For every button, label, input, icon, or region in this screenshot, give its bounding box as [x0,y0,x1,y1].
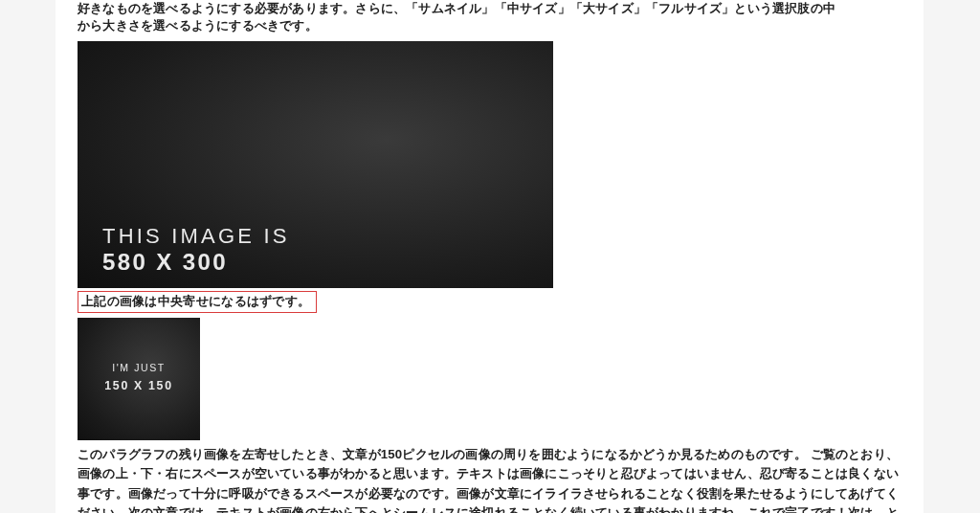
image-150-caption-line1: I'M JUST [78,362,200,373]
image-caption-highlight: 上記の画像は中央寄せになるはずです。 [78,291,317,313]
body-paragraph: このパラグラフの残り画像を左寄せしたとき、文章が150ピクセルの画像の周りを囲む… [78,445,902,513]
placeholder-image-150x150: I'M JUST 150 X 150 [78,318,200,440]
intro-paragraph: 好きなものを選べるようにする必要があります。さらに、「サムネイル」「中サイズ」「… [78,0,904,35]
image-caption-text: 上記の画像は中央寄せになるはずです。 [81,295,310,308]
image-150-caption-line2: 150 X 150 [78,379,200,392]
content-sheet: 好きなものを選べるようにする必要があります。さらに、「サムネイル」「中サイズ」「… [56,0,924,513]
image-580-caption-line2: 580 X 300 [102,249,228,276]
intro-line-1: 好きなものを選べるようにする必要があります。さらに、「サムネイル」「中サイズ」「… [78,1,835,15]
image-580-caption-line1: THIS IMAGE IS [102,224,290,249]
image-150-wrapper: I'M JUST 150 X 150 [78,318,904,440]
placeholder-image-580x300: THIS IMAGE IS 580 X 300 [78,41,553,288]
intro-line-2: から大きさを選べるようにするべきです。 [78,18,318,33]
